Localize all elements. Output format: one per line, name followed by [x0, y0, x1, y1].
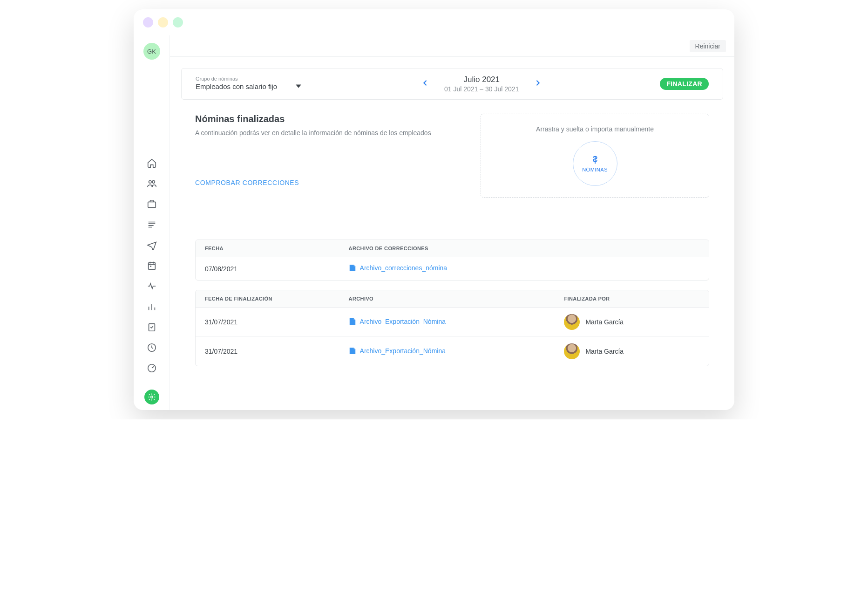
svg-point-1	[152, 181, 155, 184]
clock-icon[interactable]	[146, 342, 157, 353]
checklist-icon[interactable]	[146, 322, 157, 333]
user-cell: Marta García	[564, 314, 699, 330]
section-title: Nóminas finalizadas	[195, 114, 462, 124]
user-avatar	[564, 343, 580, 359]
mac-topbar	[134, 9, 734, 35]
file-link[interactable]: Archivo_Exportación_Nómina	[349, 317, 446, 326]
dollar-icon	[590, 155, 600, 165]
main-area: Reiniciar Grupo de nóminas Empleados con…	[170, 35, 734, 410]
bar-chart-icon[interactable]	[146, 301, 157, 312]
col-file: ARCHIVO DE CORRECCIONES	[339, 240, 709, 257]
airplane-icon[interactable]	[146, 240, 157, 251]
avatar-initials: GK	[147, 48, 156, 55]
finalized-table: FECHA DE FINALIZACIÓN ARCHIVO FINALIZADA…	[195, 290, 709, 366]
dropzone-payroll-button[interactable]: NÓMINAS	[573, 141, 617, 186]
traffic-light-minimize[interactable]	[158, 17, 168, 27]
file-link[interactable]: Archivo_correcciones_nómina	[349, 264, 448, 272]
period-card: Grupo de nóminas Empleados con salario f…	[181, 68, 723, 100]
check-corrections-link[interactable]: COMPROBAR CORRECCIONES	[195, 179, 299, 186]
col-file2: ARCHIVO	[339, 290, 555, 308]
table-row: 31/07/2021Archivo_Exportación_NóminaMart…	[196, 337, 709, 366]
file-icon	[349, 264, 356, 272]
restart-button[interactable]: Reiniciar	[690, 40, 726, 52]
header-bar: Reiniciar	[170, 35, 734, 57]
payroll-group-select[interactable]: Grupo de nóminas Empleados con salario f…	[196, 76, 303, 92]
period-title: Julio 2021	[444, 75, 519, 84]
dropzone-label: Arrastra y suelta o importa manualmente	[492, 125, 698, 133]
col-by: FINALIZADA POR	[555, 290, 709, 308]
file-icon	[349, 347, 356, 355]
cell-date: 31/07/2021	[196, 308, 339, 337]
app-window: GK Reiniciar	[134, 9, 734, 410]
traffic-light-close[interactable]	[143, 17, 153, 27]
section-subtitle: A continuación podrás ver en detalle la …	[195, 129, 462, 137]
user-name: Marta García	[585, 318, 624, 326]
list-icon[interactable]	[146, 219, 157, 230]
cell-date: 07/08/2021	[196, 257, 339, 281]
svg-rect-3	[148, 263, 155, 270]
briefcase-icon[interactable]	[146, 199, 157, 210]
gauge-icon[interactable]	[146, 363, 157, 374]
pulse-icon[interactable]	[146, 281, 157, 292]
corrections-table: FECHA ARCHIVO DE CORRECCIONES 07/08/2021…	[195, 240, 709, 281]
svg-rect-2	[148, 202, 156, 207]
svg-rect-4	[150, 266, 151, 267]
traffic-light-maximize[interactable]	[173, 17, 183, 27]
svg-point-0	[149, 181, 151, 184]
file-link[interactable]: Archivo_Exportación_Nómina	[349, 347, 446, 355]
sidebar: GK	[134, 35, 170, 410]
period-navigator: Julio 2021 01 Jul 2021 – 30 Jul 2021	[420, 75, 543, 93]
home-icon[interactable]	[146, 158, 157, 169]
col-finalized-date: FECHA DE FINALIZACIÓN	[196, 290, 339, 308]
finalize-button[interactable]: FINALIZAR	[660, 78, 709, 90]
next-period-button[interactable]	[533, 78, 543, 90]
calendar-icon[interactable]	[146, 260, 157, 271]
col-date: FECHA	[196, 240, 339, 257]
user-name: Marta García	[585, 348, 624, 355]
previous-period-button[interactable]	[420, 78, 430, 90]
chevron-down-icon	[296, 83, 301, 89]
table-row: 07/08/2021Archivo_correcciones_nómina	[196, 257, 709, 281]
dropzone-circle-label: NÓMINAS	[582, 167, 608, 172]
user-cell: Marta García	[564, 343, 699, 359]
group-label: Grupo de nóminas	[196, 76, 303, 82]
gear-icon	[148, 393, 156, 401]
settings-button[interactable]	[144, 390, 159, 404]
avatar[interactable]: GK	[143, 43, 160, 60]
table-row: 31/07/2021Archivo_Exportación_NóminaMart…	[196, 308, 709, 337]
svg-point-8	[150, 396, 153, 398]
period-range: 01 Jul 2021 – 30 Jul 2021	[444, 85, 519, 93]
dropzone[interactable]: Arrastra y suelta o importa manualmente …	[481, 114, 709, 198]
group-value: Empleados con salario fijo	[196, 82, 277, 90]
cell-date: 31/07/2021	[196, 337, 339, 366]
file-icon	[349, 317, 356, 326]
user-avatar	[564, 314, 580, 330]
people-icon[interactable]	[146, 178, 157, 189]
